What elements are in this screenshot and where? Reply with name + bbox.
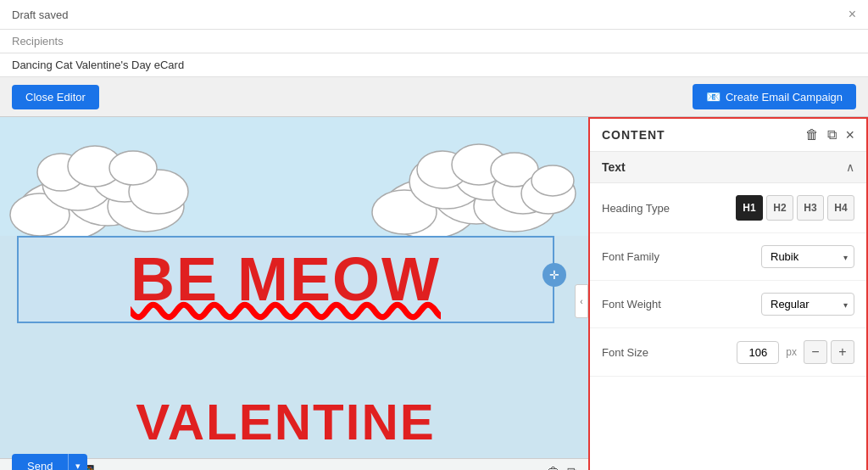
section-collapse-icon: ∧ xyxy=(846,160,854,174)
copy-block-button[interactable]: ⧉ xyxy=(567,465,576,471)
be-meow-text: BE MEOW xyxy=(36,246,536,313)
font-family-label: Font Family xyxy=(602,250,659,263)
text-section-title: Text xyxy=(602,160,626,174)
send-dropdown-button[interactable]: ▾ xyxy=(68,454,87,470)
font-weight-label: Font Weight xyxy=(602,298,661,311)
panel-title: CONTENT xyxy=(602,128,665,142)
heading-h1-button[interactable]: H1 xyxy=(736,195,763,221)
send-button[interactable]: Send xyxy=(12,454,68,470)
valentine-text: VALENTINE xyxy=(17,393,554,451)
font-family-select-wrapper: Rubik Arial Georgia Helvetica ▾ xyxy=(761,245,854,268)
font-size-label: Font Size xyxy=(602,346,648,359)
panel-close-button[interactable]: × xyxy=(845,127,854,143)
panel-delete-button[interactable]: 🗑 xyxy=(805,127,819,143)
svg-point-9 xyxy=(109,151,157,185)
font-size-input[interactable] xyxy=(737,341,779,364)
canvas-area: BE MEOW ✛ VALENTINE ↩ ↪ 👁 🖥 📱 🗑 ⧉ Send ▾ xyxy=(0,117,588,470)
delete-block-button[interactable]: 🗑 xyxy=(547,465,560,471)
content-panel: CONTENT 🗑 ⧉ × Text ∧ Heading Type H1 H2 … xyxy=(588,117,868,470)
heading-h3-button[interactable]: H3 xyxy=(797,195,824,221)
font-family-select[interactable]: Rubik Arial Georgia Helvetica xyxy=(761,245,854,268)
panel-copy-button[interactable]: ⧉ xyxy=(827,127,837,143)
font-weight-select[interactable]: Regular Bold Light Medium xyxy=(761,293,854,316)
heading-type-label: Heading Type xyxy=(602,202,670,215)
font-size-unit: px xyxy=(786,346,797,358)
recipients-label: Recipients xyxy=(12,35,64,48)
heading-type-buttons: H1 H2 H3 H4 xyxy=(736,195,854,221)
move-handle[interactable]: ✛ xyxy=(542,263,566,287)
close-editor-button[interactable]: Close Editor xyxy=(12,85,99,109)
create-campaign-button[interactable]: 📧 Create Email Campaign xyxy=(693,84,856,109)
font-weight-select-wrapper: Regular Bold Light Medium ▾ xyxy=(761,293,854,316)
font-size-increase-button[interactable]: + xyxy=(831,340,854,364)
panel-collapse-arrow[interactable]: ‹ xyxy=(575,284,588,318)
campaign-icon: 📧 xyxy=(706,90,721,104)
close-window-icon[interactable]: × xyxy=(849,7,856,22)
font-size-control: px − + xyxy=(737,340,854,364)
email-subject: Dancing Cat Valentine's Day eCard xyxy=(12,59,184,71)
svg-point-21 xyxy=(531,165,574,196)
text-content-block[interactable]: BE MEOW ✛ xyxy=(17,236,554,323)
font-size-decrease-button[interactable]: − xyxy=(804,340,827,364)
draft-status: Draft saved xyxy=(12,8,68,21)
heading-h2-button[interactable]: H2 xyxy=(766,195,793,221)
heading-h4-button[interactable]: H4 xyxy=(827,195,854,221)
text-section-header[interactable]: Text ∧ xyxy=(590,152,866,183)
create-campaign-label: Create Email Campaign xyxy=(726,91,843,104)
